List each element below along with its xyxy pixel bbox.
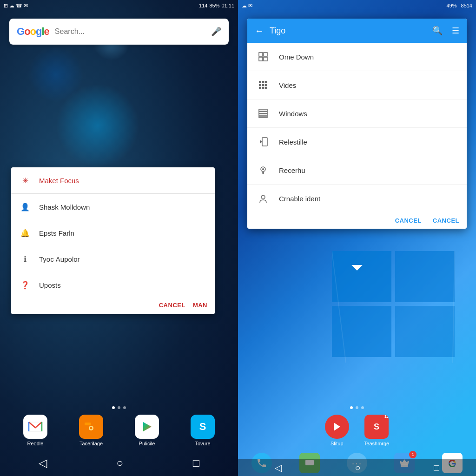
right-phone-screen: ☁ ✉ 49% 8514 ← Tigo 🔍 ☰ Ome Down Vides	[238, 0, 476, 476]
grid-icon-1	[257, 50, 270, 63]
page-dots-left	[0, 404, 238, 411]
tigo-cancel-btn-2[interactable]: CANCEL	[433, 217, 459, 224]
svg-rect-14	[259, 53, 263, 56]
app-label-reodle: Reodle	[27, 441, 44, 446]
tigo-item-recerhu[interactable]: Recerhu	[247, 156, 467, 185]
dock-apps-left: Reodle Tacerilage Pulicile S	[0, 411, 238, 450]
svg-point-33	[262, 168, 264, 170]
recents-button-left[interactable]: □	[193, 456, 200, 469]
dot-2	[118, 406, 120, 409]
tigo-header: ← Tigo 🔍 ☰	[247, 19, 467, 43]
svg-rect-24	[259, 87, 261, 89]
svg-rect-28	[259, 112, 267, 113]
tigo-menu-button[interactable]: ☰	[452, 26, 459, 36]
svg-rect-4	[85, 423, 91, 425]
menu-label-tyoc: Tyoс Aupolor	[39, 255, 80, 263]
mic-icon[interactable]: 🎤	[211, 26, 221, 37]
tigo-label-windows: Windows	[279, 110, 307, 118]
asterisk-icon: ✳	[19, 174, 32, 187]
menu-label-uposts: Uposts	[39, 281, 61, 289]
tigo-item-relestille[interactable]: Relestille	[247, 128, 467, 156]
clock-right: 8514	[461, 3, 472, 8]
svg-rect-10	[332, 306, 391, 357]
svg-rect-31	[262, 138, 267, 146]
signal-strength: 114	[199, 3, 207, 8]
app-slitup[interactable]: Slitup	[325, 415, 349, 446]
menu-item-epsts[interactable]: 🔔 Epsts Farln	[11, 220, 215, 246]
tigo-item-crnable[interactable]: Crnable ident	[247, 185, 467, 212]
svg-point-6	[90, 427, 93, 430]
teashmrge-icon: S 12	[364, 415, 389, 439]
status-right-icons: 114 85% 01:11	[199, 3, 234, 8]
tigo-label-recerhu: Recerhu	[279, 166, 305, 174]
tigo-dialog: ← Tigo 🔍 ☰ Ome Down Vides Windows	[247, 19, 467, 229]
back-button-left[interactable]: ◁	[39, 456, 47, 469]
svg-rect-23	[265, 84, 267, 86]
battery-right: 49%	[446, 3, 456, 8]
arrow-left-icon	[257, 135, 270, 148]
svg-rect-20	[265, 81, 267, 83]
tigo-label-ome-down: Ome Down	[279, 53, 314, 61]
cancel-button-left[interactable]: CANCEL	[159, 302, 185, 309]
google-search-bar[interactable]: Google 🎤	[9, 19, 229, 45]
status-app-icons: ⊞ ☁ ☎ ✉	[4, 3, 28, 8]
person-icon-1: 👤	[19, 200, 32, 213]
svg-marker-35	[334, 423, 340, 431]
page-dots-right	[238, 404, 476, 411]
context-menu-left: ✳ Maket Focus 👤 Shask Molldown 🔔 Epsts F…	[11, 167, 215, 314]
menu-item-uposts[interactable]: ❓ Uposts	[11, 272, 215, 298]
svg-rect-18	[259, 81, 261, 83]
menu-label-epsts: Epsts Farln	[39, 229, 74, 237]
menu-item-tyoc[interactable]: ℹ Tyoс Aupolor	[11, 246, 215, 272]
app-dock-left: Reodle Tacerilage Pulicile S	[0, 404, 238, 450]
status-bar-right: ☁ ✉ 49% 8514	[238, 0, 476, 11]
table-icon	[257, 107, 270, 120]
app-tacerilage[interactable]: Tacerilage	[79, 415, 103, 446]
app-pulicile[interactable]: Pulicile	[135, 415, 159, 446]
tigo-item-vides[interactable]: Vides	[247, 71, 467, 99]
search-input[interactable]	[55, 27, 211, 36]
left-phone-screen: ⊞ ☁ ☎ ✉ 114 85% 01:11 Google 🎤 ✳ Maket F…	[0, 0, 238, 476]
dot-1	[112, 406, 115, 409]
svg-rect-17	[264, 57, 267, 61]
app-label-slitup: Slitup	[331, 441, 344, 446]
info-icon: ℹ	[19, 252, 32, 265]
app-reodle[interactable]: Reodle	[23, 415, 47, 446]
folder-icon	[79, 415, 103, 439]
menu-item-maket-focus[interactable]: ✳ Maket Focus	[11, 167, 215, 194]
help-icon: ❓	[19, 278, 32, 291]
back-nav-right[interactable]: ◁	[275, 462, 282, 473]
tigo-back-button[interactable]: ←	[255, 26, 264, 36]
app-badge-teashmrge: 12	[383, 415, 389, 420]
status-left-icons: ⊞ ☁ ☎ ✉	[4, 3, 28, 9]
dot-3	[123, 406, 126, 409]
tigo-cancel-btn-1[interactable]: CANCEL	[395, 217, 422, 224]
app-label-tovure: Tovure	[195, 441, 210, 446]
clock: 01:11	[221, 3, 234, 8]
app-tovure[interactable]: S Tovure	[191, 415, 215, 446]
svg-rect-25	[262, 87, 264, 89]
man-button-left[interactable]: MAN	[193, 302, 207, 309]
svg-rect-26	[265, 87, 267, 89]
svg-rect-16	[259, 57, 263, 61]
svg-rect-21	[259, 84, 261, 86]
app-teashmrge[interactable]: S 12 Teashmrge	[364, 415, 389, 446]
home-button-left[interactable]: ○	[116, 456, 123, 469]
battery-icon: 85%	[209, 3, 219, 8]
recents-nav-right[interactable]: □	[434, 463, 439, 473]
playstore-icon	[135, 415, 159, 439]
app-label-teashmrge: Teashmrge	[364, 441, 389, 446]
home-nav-right[interactable]: ○	[355, 463, 360, 473]
tigo-item-ome-down[interactable]: Ome Down	[247, 43, 467, 71]
tigo-search-button[interactable]: 🔍	[432, 26, 443, 36]
google-logo: Google	[17, 26, 49, 38]
bottom-nav-left: ◁ ○ □	[0, 450, 238, 476]
tigo-item-windows[interactable]: Windows	[247, 99, 467, 128]
tigo-dialog-actions: CANCEL CANCEL	[247, 212, 467, 229]
app-label-tacerilage: Tacerilage	[79, 441, 103, 446]
status-icon-left-right: ☁ ✉	[242, 3, 252, 8]
svg-rect-19	[262, 81, 264, 83]
dialog-arrow	[351, 265, 363, 271]
svg-rect-27	[259, 109, 267, 111]
menu-item-shask[interactable]: 👤 Shask Molldown	[11, 194, 215, 220]
